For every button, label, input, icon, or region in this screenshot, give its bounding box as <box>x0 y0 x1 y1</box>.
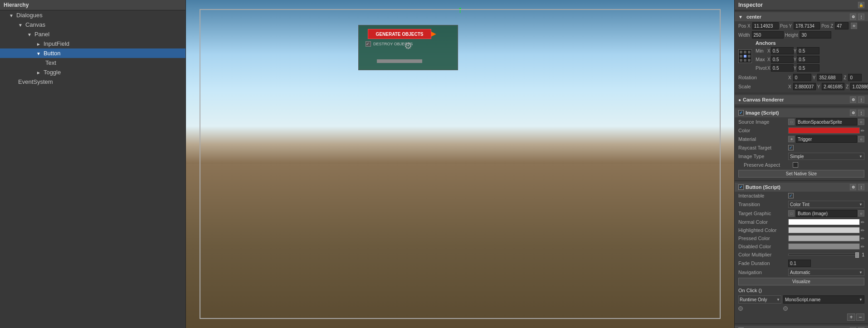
image-script-menu[interactable]: ⋮ <box>858 110 864 116</box>
pivot-x-field[interactable] <box>771 64 794 72</box>
disabled-color-field[interactable] <box>788 243 860 250</box>
preserve-aspect-label: Preserve Aspect <box>738 162 793 168</box>
source-image-thumbnail: □ <box>788 119 795 125</box>
disabled-color-pencil[interactable]: ✏ <box>861 244 864 249</box>
height-field[interactable] <box>800 31 831 39</box>
source-image-pick-button[interactable]: ○ <box>858 119 864 125</box>
target-graphic-value[interactable]: Button (Image) <box>796 210 857 217</box>
normal-color-label: Normal Color <box>738 219 788 225</box>
fade-duration-label: Fade Duration <box>738 260 788 266</box>
material-label: Material <box>738 136 788 142</box>
button-script-enabled-checkbox[interactable]: ✓ <box>738 184 744 190</box>
generate-objects-header[interactable]: ✓ Generate Objects Button (Script) ⚙ ⋮ <box>735 326 868 328</box>
highlighted-color-pencil[interactable]: ✏ <box>861 228 864 233</box>
navigation-dropdown[interactable]: Automatic ▼ <box>788 269 864 276</box>
set-native-size-button[interactable]: Set Native Size <box>738 170 864 178</box>
hierarchy-item-text[interactable]: Text <box>0 58 185 68</box>
posz-field[interactable] <box>835 22 848 29</box>
raycast-target-checkbox[interactable]: ✓ <box>788 145 794 150</box>
preserve-aspect-checkbox[interactable] <box>793 162 798 168</box>
width-field[interactable] <box>752 31 784 39</box>
pivot-x-label: X <box>767 66 770 71</box>
color-multiplier-slider[interactable] <box>788 254 859 256</box>
scaley-field[interactable] <box>822 83 844 90</box>
posx-field[interactable] <box>752 22 779 29</box>
material-thumbnail: ◈ <box>788 136 795 142</box>
disabled-color-label: Disabled Color <box>738 244 788 249</box>
rotx-field[interactable] <box>793 74 811 81</box>
inspector-lock-button[interactable]: 🔒 <box>858 2 864 8</box>
image-script-gear[interactable]: ⚙ <box>850 110 856 116</box>
hierarchy-item-dialogues[interactable]: Dialogues <box>0 10 185 20</box>
pressed-color-row: Pressed Color ✏ <box>735 234 868 242</box>
image-color-field[interactable] <box>788 127 860 134</box>
highlighted-color-field[interactable] <box>788 227 860 233</box>
transform-section-header[interactable]: ▼ center ⚙ ⋮ <box>735 12 868 21</box>
scalex-field[interactable] <box>793 83 816 90</box>
roty-field[interactable] <box>817 74 842 81</box>
target-graphic-pick-button[interactable]: ○ <box>858 210 864 217</box>
hierarchy-item-inputfield[interactable]: InputField <box>0 39 185 48</box>
anchor-dot <box>748 55 751 58</box>
max-y-field[interactable] <box>797 56 819 63</box>
button-script-gear[interactable]: ⚙ <box>850 184 856 190</box>
scale-group: X Y Z <box>788 83 868 90</box>
pressed-color-pencil[interactable]: ✏ <box>861 236 864 241</box>
target-graphic-thumbnail: □ <box>788 210 795 217</box>
transition-arrow: ▼ <box>859 203 863 207</box>
image-color-pencil[interactable]: ✏ <box>861 128 864 133</box>
interactable-label: Interactable <box>738 193 788 198</box>
fade-duration-field[interactable] <box>788 260 811 267</box>
posy-field[interactable] <box>794 22 820 29</box>
pressed-color-field[interactable] <box>788 235 860 241</box>
interactable-checkbox[interactable]: ✓ <box>788 193 794 198</box>
color-multiplier-value: 1 <box>862 252 864 257</box>
max-x-field[interactable] <box>771 56 794 63</box>
transition-dropdown[interactable]: Color Tint ▼ <box>788 201 864 208</box>
scene-generate-button: GENERATE OBJECTS <box>368 29 431 39</box>
image-type-label: Image Type <box>738 154 788 159</box>
image-type-arrow: ▼ <box>859 154 863 159</box>
min-x-field[interactable] <box>771 47 794 54</box>
button-script-menu[interactable]: ⋮ <box>858 184 864 190</box>
monoscript-field[interactable]: MonoScript.name ▼ <box>783 295 864 304</box>
scalez-field[interactable] <box>850 83 868 90</box>
material-value[interactable]: Trigger <box>796 135 857 143</box>
runtime-dropdown[interactable]: Runtime Only ▼ <box>738 295 781 304</box>
source-image-value[interactable]: ButtonSpacebarSprite <box>796 118 857 125</box>
remove-onclick-button[interactable]: − <box>856 314 864 321</box>
anchor-dot <box>740 55 742 58</box>
hierarchy-item-button[interactable]: Button <box>0 48 185 58</box>
button-script-header[interactable]: ✓ Button (Script) ⚙ ⋮ <box>735 183 868 192</box>
anchor-dot <box>748 51 751 53</box>
image-type-dropdown[interactable]: Simple ▼ <box>788 153 864 160</box>
material-pick-button[interactable]: ○ <box>858 136 864 142</box>
visualize-button[interactable]: Visualize <box>738 278 864 285</box>
image-script-enabled-checkbox[interactable]: ✓ <box>738 110 744 116</box>
reset-pos-button[interactable]: R <box>851 23 857 29</box>
hierarchy-item-label: Toggle <box>44 69 61 76</box>
rotz-field[interactable] <box>848 74 862 81</box>
image-script-header[interactable]: ✓ Image (Script) ⚙ ⋮ <box>735 108 868 117</box>
hierarchy-item-eventsystem[interactable]: EventSystem <box>0 77 185 87</box>
pivot-y-field[interactable] <box>797 64 819 72</box>
scene-gear-icon: ⚙ <box>404 40 412 51</box>
normal-color-field[interactable] <box>788 219 860 225</box>
pivot-label: Pivot <box>756 65 767 71</box>
canvas-renderer-header[interactable]: ● Canvas Renderer ⚙ ⋮ <box>735 95 868 104</box>
scale-row: Scale X Y Z <box>735 82 868 91</box>
hierarchy-item-canvas[interactable]: Canvas <box>0 20 185 29</box>
hierarchy-item-toggle[interactable]: Toggle <box>0 68 185 77</box>
transform-gear-icon[interactable]: ⚙ <box>850 14 856 20</box>
hierarchy-item-panel[interactable]: Panel <box>0 29 185 39</box>
canvas-renderer-gear[interactable]: ⚙ <box>850 96 856 103</box>
inspector-title: Inspector <box>738 2 763 8</box>
min-y-field[interactable] <box>797 47 819 54</box>
transform-menu-icon[interactable]: ⋮ <box>858 14 864 20</box>
normal-color-row: Normal Color ✏ <box>735 218 868 226</box>
canvas-renderer-menu[interactable]: ⋮ <box>858 96 864 103</box>
add-onclick-button[interactable]: + <box>847 314 855 321</box>
arrow-down-icon <box>27 31 33 38</box>
width-label: Width <box>738 33 750 38</box>
normal-color-pencil[interactable]: ✏ <box>861 220 864 225</box>
